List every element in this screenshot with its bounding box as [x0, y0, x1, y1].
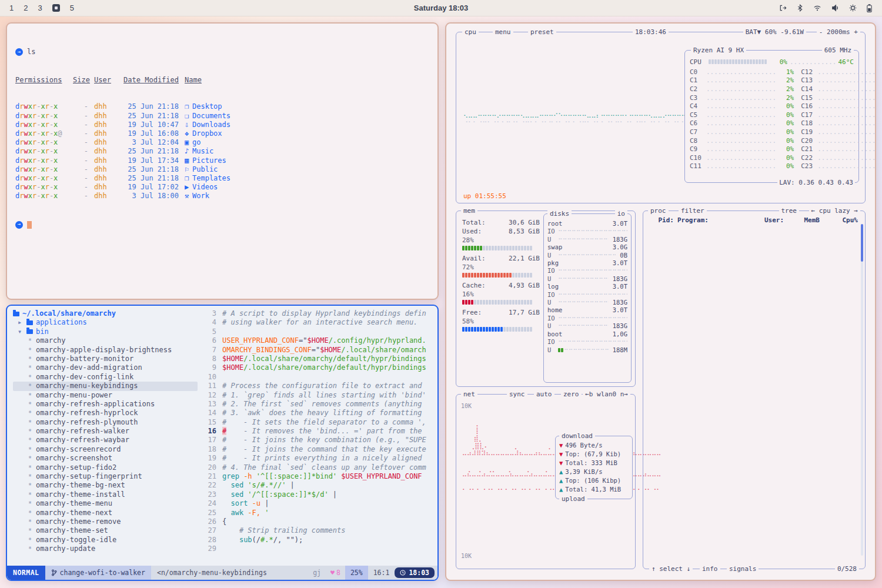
tree-dir-item[interactable]: ▸applications [13, 318, 201, 327]
tab-sync[interactable]: sync [507, 390, 527, 399]
tab-preset[interactable]: preset [528, 28, 556, 36]
tree-file-item[interactable]: *omarchy-screenrecord [13, 445, 201, 454]
ls-column-header: Size [73, 76, 88, 85]
workspace-button[interactable]: 3 [38, 4, 42, 12]
tree-file-item[interactable]: *omarchy-theme-set [13, 526, 201, 535]
bluetooth-icon[interactable] [796, 4, 804, 12]
tab-tree[interactable]: tree [779, 206, 800, 215]
line-number: 9 [201, 363, 216, 372]
tree-file-item[interactable]: *omarchy-battery-monitor [13, 355, 201, 363]
tree-file-item[interactable]: *omarchy-apple-display-brightness [13, 346, 201, 355]
col-cpu[interactable]: Cpu% [838, 216, 858, 225]
tree-file-item[interactable]: *omarchy-screenshot [13, 454, 201, 463]
tree-file-item[interactable]: *omarchy-theme-remove [13, 517, 201, 526]
logout-icon[interactable] [779, 4, 787, 12]
core-percent: 2% [776, 76, 794, 85]
user-cell: dhh [94, 156, 114, 165]
col-program[interactable]: Program: [677, 216, 761, 225]
leader-dots: .................. [706, 162, 776, 171]
tree-dir-item[interactable]: ▾bin [13, 328, 201, 336]
tree-root-item[interactable]: ~/.local/share/omarchy [13, 309, 201, 318]
tab-filter[interactable]: filter [679, 206, 707, 215]
meter-block [515, 246, 517, 250]
code-token: - It removes the 'bind... =' part from t… [226, 427, 422, 435]
terminal-window[interactable]: → ls PermissionsSizeUserDate ModifiedNam… [6, 22, 439, 300]
col-pid[interactable]: Pid: [648, 216, 674, 225]
meter-block [521, 246, 523, 250]
btop-window[interactable]: cpu menu preset 18:03:46 BAT▼ 60% -9.61W… [445, 22, 876, 581]
tab-io[interactable]: io [615, 209, 627, 218]
sort-column-selector[interactable]: ← cpu lazy → [809, 206, 860, 215]
workspace-button[interactable]: 2 [24, 4, 28, 12]
tab-zero[interactable]: zero [561, 390, 582, 399]
meter-block [524, 327, 526, 332]
stat-value: 8,53 GiB [509, 227, 540, 236]
tree-file-item[interactable]: *omarchy-menu-power [13, 391, 201, 400]
network-interface-label[interactable]: ←b wlan0 n→ [583, 390, 630, 399]
tree-file-item[interactable]: *omarchy-refresh-walker [13, 427, 201, 436]
file-bullet-icon: * [27, 509, 33, 517]
folder-name: go [192, 138, 201, 146]
tree-file-item[interactable]: *omarchy-theme-menu [13, 499, 201, 508]
code-token: /.local/share/omarchy/default/hypr/bindi… [243, 355, 426, 363]
tree-file-item[interactable]: *omarchy-update [13, 544, 201, 553]
meter-block [486, 327, 488, 332]
code-text: sed '/^[[:space:]]*$/d' | [222, 490, 337, 499]
tree-file-item[interactable]: *omarchy-refresh-waybar [13, 436, 201, 445]
file-tree-pane[interactable]: ~/.local/share/omarchy▸applications▾bin*… [7, 306, 201, 566]
tree-file-item[interactable]: *omarchy-refresh-hyprlock [13, 409, 201, 417]
tab-disks[interactable]: disks [547, 209, 572, 218]
select-control[interactable]: ↑ select ↓ [649, 564, 693, 573]
tree-file-item[interactable]: *omarchy-dev-add-migration [13, 363, 201, 372]
code-editor-pane[interactable]: 3# A script to display Hyprland keybindi… [201, 306, 437, 566]
tab-proc[interactable]: proc [648, 206, 669, 215]
battery-icon[interactable] [866, 4, 873, 13]
tree-file-item[interactable]: *omarchy-theme-next [13, 509, 201, 517]
tree-file-item[interactable]: *omarchy-toggle-idle [13, 536, 201, 544]
tree-file-item[interactable]: *omarchy-setup-fingerprint [13, 472, 201, 481]
leader-dots: .................. [817, 76, 876, 85]
tab-auto[interactable]: auto [534, 390, 554, 399]
code-token: '^[[:space:]]*bind' [252, 472, 338, 480]
perm-char: w [24, 183, 28, 191]
core-name: C1 [690, 76, 706, 85]
tree-file-item[interactable]: *omarchy-dev-config-link [13, 373, 201, 382]
refresh-rate-control[interactable]: - 2000ms + [817, 28, 860, 36]
info-control[interactable]: info [700, 564, 720, 573]
neovim-window[interactable]: ~/.local/share/omarchy▸applications▾bin*… [6, 305, 439, 581]
code-text: grep -h '^[[:space:]]*bind' $USER_HYPRLA… [222, 472, 422, 481]
workspace-button[interactable]: 5 [70, 4, 74, 12]
wifi-icon[interactable] [813, 4, 822, 12]
core-percent: 0% [776, 128, 794, 136]
meter-block [495, 300, 497, 305]
meter-block [489, 246, 491, 250]
volume-icon[interactable] [831, 4, 840, 12]
tab-cpu[interactable]: cpu [462, 28, 479, 36]
workspace-button[interactable]: 1 [9, 4, 14, 12]
used-label: U [547, 346, 556, 354]
used-label: U [547, 275, 556, 283]
signals-control[interactable]: signals [727, 564, 759, 573]
tab-menu[interactable]: menu [493, 28, 513, 36]
tree-file-item[interactable]: *omarchy [13, 336, 201, 345]
tab-net[interactable]: net [461, 390, 477, 399]
tree-file-item[interactable]: *omarchy-theme-bg-next [13, 481, 201, 490]
process-scrollbar[interactable] [861, 224, 863, 556]
col-memb[interactable]: MemB [791, 216, 820, 225]
filename-segment: <n/omarchy-menu-keybindings [151, 566, 273, 580]
core-percent: 0% [776, 111, 794, 119]
settings-gear-icon[interactable] [848, 4, 857, 12]
tab-mem[interactable]: mem [461, 206, 477, 215]
tree-file-item[interactable]: *omarchy-menu-keybindings [13, 382, 198, 390]
tree-file-item[interactable]: *omarchy-theme-install [13, 490, 201, 499]
tree-file-item[interactable]: *omarchy-setup-fido2 [13, 463, 201, 472]
tree-file-item[interactable]: *omarchy-refresh-applications [13, 400, 201, 409]
col-user[interactable]: User: [764, 216, 788, 225]
workspace-active-indicator[interactable] [52, 4, 60, 12]
tree-file-item[interactable]: *omarchy-refresh-plymouth [13, 418, 201, 427]
file-bullet-icon: * [27, 499, 33, 508]
scrollbar-thumb[interactable] [861, 224, 863, 262]
tree-file-name: omarchy-setup-fingerprint [36, 472, 142, 481]
tree-file-name: omarchy-toggle-idle [36, 536, 116, 544]
core-percent: 1% [776, 68, 794, 76]
